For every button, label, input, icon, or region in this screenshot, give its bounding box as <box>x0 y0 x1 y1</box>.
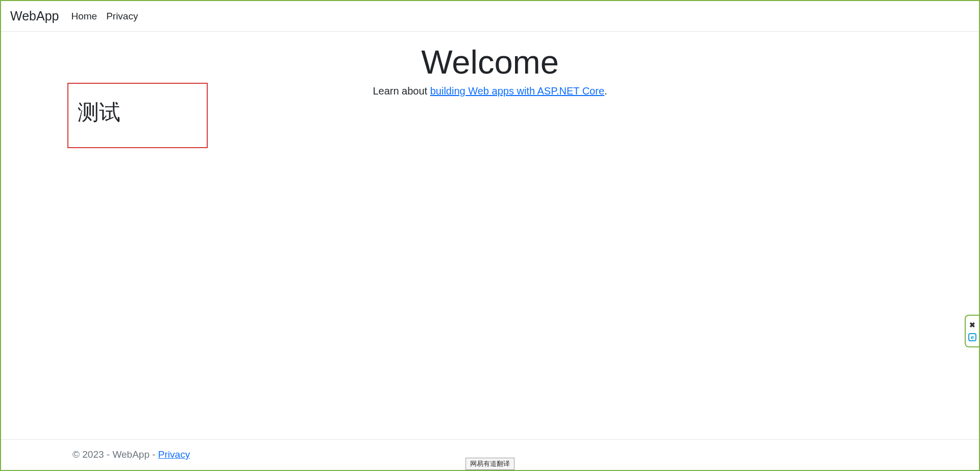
page-title: Welcome <box>1 43 979 81</box>
translate-popup[interactable]: 网易有道翻译 <box>465 458 514 470</box>
test-box: 测试 <box>67 83 208 148</box>
footer-privacy-link[interactable]: Privacy <box>158 449 190 460</box>
translate-popup-label: 网易有道翻译 <box>470 460 510 467</box>
subtitle-suffix: . <box>604 85 607 97</box>
subtitle-prefix: Learn about <box>373 85 430 97</box>
main-content: Welcome Learn about building Web apps wi… <box>1 32 979 439</box>
footer-copyright: © 2023 - WebApp - <box>72 449 158 460</box>
navbar: WebApp Home Privacy <box>1 1 979 32</box>
nav-link-home[interactable]: Home <box>71 11 97 22</box>
side-widget: ✖ e <box>965 315 979 347</box>
subtitle-link[interactable]: building Web apps with ASP.NET Core <box>430 85 604 97</box>
nav-link-privacy[interactable]: Privacy <box>106 11 138 22</box>
close-icon[interactable]: ✖ <box>969 321 975 329</box>
e-icon[interactable]: e <box>968 333 976 341</box>
test-box-text: 测试 <box>78 100 120 124</box>
navbar-brand[interactable]: WebApp <box>10 9 59 23</box>
